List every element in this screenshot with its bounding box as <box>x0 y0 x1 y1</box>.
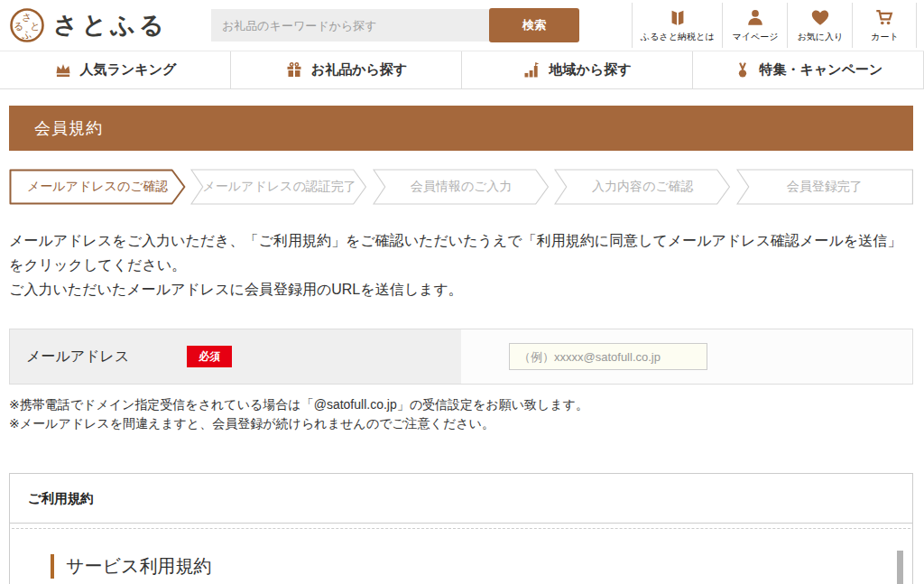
search-input[interactable] <box>211 9 489 42</box>
quick-link-cart[interactable]: カート <box>852 3 917 48</box>
page-title: 会員規約 <box>34 117 103 139</box>
quick-link-favorites[interactable]: お気に入り <box>787 3 852 48</box>
quick-link-about[interactable]: ふるさと納税とは <box>632 3 722 48</box>
step-registration-complete: 会員登録完了 <box>736 169 913 205</box>
terms-box-title: ご利用規約 <box>10 474 912 524</box>
intro-text: メールアドレスをご入力いただき、「ご利用規約」をご確認いただいたうえで「利用規約… <box>9 228 913 301</box>
crown-icon <box>54 61 72 79</box>
site-logo[interactable]: さ と る ふ さとふる <box>9 7 211 43</box>
search-button[interactable]: 検索 <box>489 8 579 42</box>
terms-scrollbar-thumb[interactable] <box>897 551 903 584</box>
step-email-confirm: メールアドレスのご確認 <box>9 169 186 205</box>
header-quick-links: ふるさと納税とは マイページ お気に入り カート <box>632 3 917 48</box>
form-notes: ※携帯電話でドメイン指定受信をされている場合は「@satofull.co.jp」… <box>9 395 913 433</box>
step-member-info: 会員情報のご入力 <box>373 169 550 205</box>
user-icon <box>745 8 765 28</box>
note-wrong-address: ※メールアドレスを間違えますと、会員登録が続けられませんのでご注意ください。 <box>9 414 913 433</box>
step-email-verified: メールアドレスの認証完了 <box>190 169 367 205</box>
terms-box: ご利用規約 サービス利用規約 <box>9 473 913 584</box>
quick-link-mypage[interactable]: マイページ <box>722 3 787 48</box>
heart-icon <box>810 8 830 28</box>
nav-item-regions[interactable]: 地域から探す <box>462 51 693 88</box>
page-title-banner: 会員規約 <box>9 106 913 151</box>
note-domain-setting: ※携帯電話でドメイン指定受信をされている場合は「@satofull.co.jp」… <box>9 395 913 414</box>
email-input[interactable] <box>509 343 707 370</box>
intro-line-2: ご入力いただいたメールアドレスに会員登録用のURLを送信します。 <box>9 277 913 301</box>
book-icon <box>668 8 688 28</box>
page-content: 会員規約 メールアドレスのご確認 メールアドレスの認証完了 会員情報のご入力 <box>0 106 924 584</box>
nav-item-ranking[interactable]: 人気ランキング <box>0 51 231 88</box>
nav-item-campaigns[interactable]: 特集・キャンペーン <box>693 51 924 88</box>
email-label-cell: メールアドレス 必須 <box>10 329 461 384</box>
main-nav: 人気ランキング お礼品から探す 地域から探す 特集・キャンペーン <box>0 51 924 89</box>
logo-text: さとふる <box>53 9 168 42</box>
terms-scroll-area[interactable]: サービス利用規約 <box>10 529 912 579</box>
intro-line-1: メールアドレスをご入力いただき、「ご利用規約」をご確認いただいたうえで「利用規約… <box>9 228 913 277</box>
email-label: メールアドレス <box>26 348 129 366</box>
email-input-cell <box>461 329 912 384</box>
logo-stamp-icon: さ と る ふ <box>9 7 45 43</box>
cart-icon <box>874 8 894 28</box>
email-form-row: メールアドレス 必須 <box>9 329 913 385</box>
svg-text:ふ: ふ <box>22 29 32 40</box>
site-header: さ と る ふ さとふる 検索 ふるさと納税とは マイページ <box>0 0 924 51</box>
step-confirm-input: 入力内容のご確認 <box>554 169 731 205</box>
region-steps-icon <box>522 61 541 79</box>
terms-section-heading: サービス利用規約 <box>51 554 912 579</box>
search-bar: 検索 <box>211 8 579 42</box>
nav-item-gifts[interactable]: お礼品から探す <box>231 51 462 88</box>
gift-icon <box>285 61 303 79</box>
registration-stepflow: メールアドレスのご確認 メールアドレスの認証完了 会員情報のご入力 入力内容のご… <box>9 169 913 205</box>
required-badge: 必須 <box>187 346 232 367</box>
medal-icon <box>734 61 752 79</box>
